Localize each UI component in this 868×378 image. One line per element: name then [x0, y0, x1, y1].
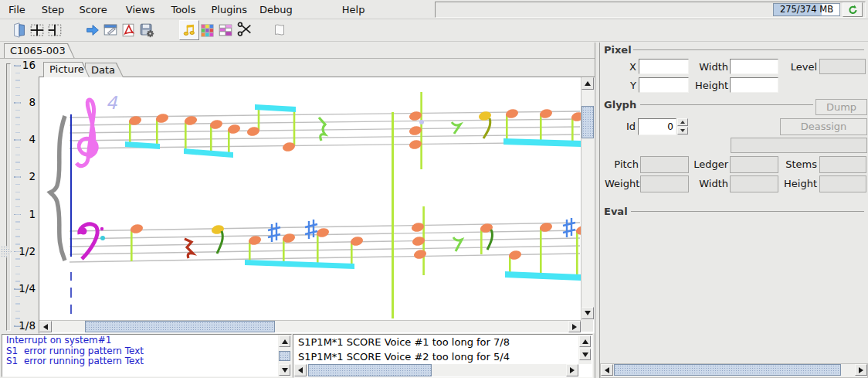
- hscroll-thumb[interactable]: [308, 364, 432, 376]
- deassign-button[interactable]: Deassign: [780, 118, 867, 135]
- tab-data[interactable]: Data: [85, 63, 124, 77]
- menu-debug[interactable]: Debug: [257, 2, 295, 17]
- ruler-label: 1: [8, 208, 36, 220]
- glyph-width-input: [730, 175, 778, 192]
- hscroll-thumb[interactable]: [614, 364, 841, 376]
- pixel-width-input[interactable]: [730, 59, 778, 74]
- issues-hscrollbar[interactable]: [294, 364, 578, 376]
- ruler-label: 16: [8, 59, 36, 71]
- scroll-left-button[interactable]: [294, 364, 307, 376]
- menu-bar: File Step Score Views Tools Plugins Debu…: [0, 0, 868, 19]
- score-hscrollbar[interactable]: [39, 320, 581, 332]
- inspector-panel: Pixel X Width Level Y Height Glyph Dump …: [600, 43, 868, 378]
- glyph-id-input[interactable]: [638, 118, 676, 135]
- log-line: S1 error running pattern Text: [2, 346, 291, 357]
- refresh-icon: [847, 4, 859, 15]
- ledger-fleck: [419, 120, 424, 124]
- glyph-id-label: Id: [620, 121, 636, 132]
- scroll-left-button[interactable]: [601, 364, 613, 376]
- pixel-x-label: X: [615, 61, 636, 73]
- ruler-label: 4: [8, 133, 36, 145]
- gc-refresh-button[interactable]: [843, 2, 863, 17]
- vscroll-thumb[interactable]: [279, 351, 290, 361]
- pitch-input: [640, 156, 689, 173]
- inspector-hscrollbar[interactable]: [600, 363, 868, 378]
- scroll-up-button[interactable]: [581, 77, 594, 90]
- save-settings-icon[interactable]: [137, 20, 157, 40]
- menu-file[interactable]: File: [6, 2, 28, 17]
- scroll-right-button[interactable]: [855, 364, 867, 376]
- log-vscrollbar[interactable]: [278, 335, 291, 376]
- pixel-y-input[interactable]: [639, 77, 689, 93]
- score-vscrollbar[interactable]: [581, 77, 594, 320]
- weight-input: [640, 175, 689, 192]
- memory-usage-label: 275/374 MB: [774, 4, 839, 15]
- color-table-icon[interactable]: [215, 20, 236, 40]
- tab-picture-label: Picture: [43, 62, 90, 75]
- menu-tools[interactable]: Tools: [168, 2, 198, 17]
- toolbar: [0, 19, 868, 42]
- spinner-up-button[interactable]: [677, 118, 688, 126]
- menubar-strip: 275/374 MB: [435, 2, 866, 18]
- middle-barline[interactable]: [392, 112, 394, 318]
- pixel-level-label: Level: [788, 61, 817, 73]
- document-tab[interactable]: C1065-003: [4, 43, 75, 59]
- pitch-label: Pitch: [611, 158, 639, 170]
- issues-panel: S1P1M*1 SCORE Voice #1 too long for 7/8 …: [293, 334, 593, 378]
- pixel-y-label: Y: [615, 80, 636, 91]
- tab-row-divider: [0, 58, 595, 59]
- weight-label: Weight: [605, 178, 639, 189]
- main-splitter[interactable]: [595, 43, 600, 378]
- log-line: Interrupt on system#1: [2, 335, 291, 346]
- spinner-down-button[interactable]: [677, 127, 688, 135]
- eval-group-title: Eval: [604, 206, 628, 217]
- glyph-name-field: [731, 138, 867, 153]
- split-vertical-icon[interactable]: [45, 20, 65, 40]
- noteheads[interactable]: [128, 107, 581, 261]
- time-signature[interactable]: 4: [106, 93, 118, 113]
- pixel-level-input: [819, 59, 866, 74]
- hscroll-thumb[interactable]: [85, 321, 275, 332]
- scroll-down-button[interactable]: [579, 349, 591, 360]
- issues-vscrollbar[interactable]: [578, 335, 592, 364]
- group-separator: [640, 104, 813, 105]
- pixel-height-label: Height: [693, 80, 728, 91]
- pixel-group-title: Pixel: [604, 44, 632, 56]
- scroll-down-button[interactable]: [279, 364, 290, 376]
- glyph-id-spinner: [638, 118, 689, 135]
- glyph-height-label: Height: [782, 178, 817, 189]
- pixel-height-input[interactable]: [730, 77, 778, 93]
- menu-plugins[interactable]: Plugins: [209, 2, 249, 17]
- scroll-right-button[interactable]: [568, 321, 581, 332]
- issue-row[interactable]: S1P1M*1 SCORE Voice #2 too long for 5/4: [293, 350, 592, 365]
- score-canvas[interactable]: 4: [39, 77, 581, 319]
- vscroll-thumb[interactable]: [581, 106, 594, 138]
- scroll-up-button[interactable]: [579, 335, 591, 347]
- log-line: S1 error running pattern Text: [2, 356, 291, 367]
- dump-button[interactable]: Dump: [815, 99, 867, 115]
- ruler-label: 2: [8, 170, 36, 182]
- pixel-x-input[interactable]: [639, 59, 689, 74]
- ledger-label: Ledger: [692, 158, 728, 170]
- menu-score[interactable]: Score: [76, 2, 109, 17]
- ledger-input: [730, 156, 778, 173]
- menu-views[interactable]: Views: [124, 2, 158, 17]
- issue-row[interactable]: S1P1M*1 SCORE Voice #1 too long for 7/8: [293, 335, 592, 350]
- scroll-right-button[interactable]: [566, 364, 578, 376]
- group-separator: [633, 49, 864, 50]
- menu-step[interactable]: Step: [39, 2, 67, 17]
- scroll-down-button[interactable]: [581, 307, 594, 319]
- menu-help[interactable]: Help: [340, 2, 368, 17]
- ruler-label: 1/8: [8, 319, 36, 332]
- pdf-export-icon[interactable]: [118, 20, 138, 40]
- ruler-label: 1/4: [8, 282, 36, 295]
- scroll-left-button[interactable]: [39, 321, 52, 332]
- scroll-up-button[interactable]: [279, 335, 290, 347]
- script-page-icon[interactable]: [270, 20, 290, 40]
- scissors-icon[interactable]: [235, 20, 255, 40]
- palette-icon[interactable]: [197, 20, 217, 40]
- tab-data-label: Data: [85, 63, 124, 76]
- app-window: File Step Score Views Tools Plugins Debu…: [0, 0, 868, 378]
- tab-picture[interactable]: Picture: [43, 62, 90, 77]
- bass-clef-dot: [100, 236, 105, 240]
